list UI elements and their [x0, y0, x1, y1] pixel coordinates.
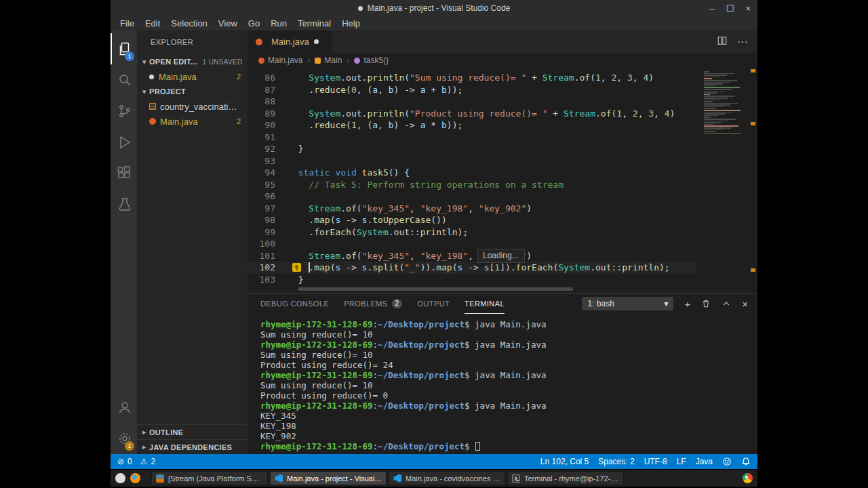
chevron-right-icon: ▸ [140, 443, 149, 451]
code-line[interactable]: 90 .reduce(1, (a, b) -> a * b)); [248, 119, 696, 131]
menu-terminal[interactable]: Terminal [292, 16, 336, 30]
taskbar-button[interactable]: Main.java - covidvaccines - Vi... [389, 471, 505, 485]
menu-file[interactable]: File [115, 16, 140, 30]
breadcrumb-separator: › [307, 56, 310, 65]
code-line[interactable]: 97 Stream.of("key_345", "key_198", "key_… [248, 203, 696, 215]
source-control-icon[interactable] [111, 96, 137, 127]
title-bar[interactable]: Main.java - project - Visual Studio Code… [111, 0, 757, 16]
editor-cursor [309, 262, 310, 272]
terminal-cursor [475, 442, 480, 451]
minimap-line [704, 94, 710, 96]
code-line[interactable]: 100 [248, 238, 696, 250]
explorer-icon[interactable]: 1 [111, 33, 137, 64]
code-line[interactable]: 102 .map(s -> s.split("_")).map(s -> s[1… [248, 262, 696, 274]
panel-tab-output[interactable]: OUTPUT [417, 293, 450, 314]
code-line[interactable]: 95 // Task 5: Perform string operations … [248, 179, 696, 191]
status-item-0[interactable]: Ln 102, Col 5 [540, 457, 589, 466]
file-country-vaccination[interactable]: country_vaccination... [137, 99, 248, 114]
code-line[interactable]: 91 [248, 131, 696, 144]
code-line[interactable]: 103 } [248, 274, 696, 286]
code-line[interactable]: 99 .forEach(System.out::println); [248, 226, 696, 239]
status-item-3[interactable]: LF [677, 457, 686, 466]
run-debug-icon[interactable] [111, 127, 137, 158]
account-icon[interactable] [111, 392, 137, 423]
breadcrumb-separator: › [347, 56, 349, 65]
java-dependencies-header[interactable]: ▸ JAVA DEPENDENCIES [137, 439, 248, 454]
code-line[interactable]: 101 Stream.of("key_345", "key_198", "key… [248, 250, 696, 262]
new-terminal-button[interactable]: + [684, 299, 690, 309]
chrome-icon[interactable] [743, 473, 753, 483]
maximize-button[interactable]: ☐ [726, 3, 734, 14]
code-line[interactable]: 98 .map(s -> s.toUpperCase()) [248, 214, 696, 226]
menu-go[interactable]: Go [243, 16, 265, 30]
minimap-line [704, 113, 726, 115]
terminal-line: rhyme@ip-172-31-128-69:~/Desktop/project… [260, 441, 757, 451]
close-panel-button[interactable]: × [742, 299, 748, 309]
panel-tabs: DEBUG CONSOLEPROBLEMS2OUTPUTTERMINAL [260, 293, 505, 314]
status-item-1[interactable]: Spaces: 2 [598, 457, 634, 466]
outline-header[interactable]: ▸ OUTLINE [137, 424, 248, 439]
code-line[interactable]: 89 System.out.println("Product using red… [248, 108, 696, 120]
open-editor-main-java[interactable]: Main.java 2 [137, 69, 248, 84]
terminal-line: rhyme@ip-172-31-128-69:~/Desktop/project… [260, 370, 757, 380]
status-item-2[interactable]: UTF-8 [644, 457, 667, 466]
menu-selection[interactable]: Selection [165, 16, 212, 30]
panel-tab-debug-console[interactable]: DEBUG CONSOLE [260, 293, 329, 314]
firefox-icon[interactable] [130, 473, 140, 483]
minimize-button[interactable]: – [710, 3, 715, 14]
code-line[interactable]: 94 static void task5() { [248, 167, 696, 179]
code-line[interactable]: 93 [248, 155, 696, 167]
more-actions-icon[interactable]: ··· [737, 36, 748, 48]
minimap-line [704, 89, 732, 90]
kill-terminal-button[interactable] [701, 299, 711, 308]
extensions-icon[interactable] [111, 158, 137, 189]
breadcrumb-item[interactable]: Main.java [258, 56, 302, 65]
minimap[interactable] [700, 68, 749, 134]
manage-gear-icon[interactable]: 1 [111, 423, 137, 454]
code-line[interactable]: 86 System.out.println("Sum using reduce(… [248, 72, 696, 84]
split-editor-icon[interactable] [717, 35, 728, 49]
search-icon[interactable] [111, 64, 137, 96]
tab-main-java[interactable]: Main.java [248, 30, 332, 53]
menu-help[interactable]: Help [336, 16, 366, 30]
taskbar-button[interactable]: Main.java - project - Visual... [270, 471, 387, 485]
window-controls: – ☐ × [710, 0, 751, 16]
panel-tab-problems[interactable]: PROBLEMS2 [344, 293, 402, 314]
project-header[interactable]: ▾ PROJECT [137, 84, 248, 99]
vscode-icon [393, 474, 401, 483]
shell-select[interactable]: 1: bash ▾ [582, 297, 673, 310]
code-line[interactable]: 96 [248, 190, 696, 203]
status-right-items: Ln 102, Col 5Spaces: 2UTF-8LFJava [540, 457, 713, 466]
panel-tab-terminal[interactable]: TERMINAL [465, 293, 505, 314]
lightbulb-icon[interactable] [292, 263, 301, 272]
chrome-icon-center [745, 476, 748, 479]
code-line[interactable]: 88 [248, 96, 696, 108]
status-item-4[interactable]: Java [696, 457, 713, 466]
taskbar-button[interactable]: Terminal - rhyme@ip-172-31... [507, 471, 624, 485]
feedback-smiley-icon[interactable] [722, 457, 732, 466]
close-button[interactable]: × [745, 3, 751, 14]
code-text: .map(s -> s.split("_")).map(s -> s[1]).f… [285, 262, 670, 274]
code-line[interactable]: 92 } [248, 143, 696, 155]
editor[interactable]: 86 System.out.println("Sum using reduce(… [248, 68, 757, 293]
breadcrumb-item[interactable]: task5() [354, 56, 389, 65]
code-line[interactable]: 87 .reduce(0, (a, b) -> a + b)); [248, 84, 696, 96]
breadcrumb-item[interactable]: Main [315, 56, 342, 65]
code-text [285, 190, 288, 203]
minimap-line [704, 131, 716, 132]
bell-icon[interactable] [741, 457, 751, 466]
file-main-java[interactable]: Main.java 2 [137, 114, 248, 129]
taskbar-button[interactable]: [Stream (Java Platform SE 8 )] [151, 471, 268, 485]
menu-view[interactable]: View [213, 16, 243, 30]
taskbar: [Stream (Java Platform SE 8 )]Main.java … [111, 469, 757, 487]
terminal-output[interactable]: rhyme@ip-172-31-128-69:~/Desktop/project… [248, 314, 757, 454]
menu-edit[interactable]: Edit [140, 16, 165, 30]
test-beaker-icon[interactable] [111, 189, 137, 220]
menu-run[interactable]: Run [265, 16, 292, 30]
maximize-panel-button[interactable] [722, 299, 731, 308]
open-editors-header[interactable]: ▾ OPEN EDIT... 1 UNSAVED [137, 54, 248, 69]
minimap-line [704, 92, 717, 94]
problems-status[interactable]: ⊘ 0 ⚠ 2 [117, 457, 160, 466]
app-menu-icon[interactable] [115, 473, 125, 483]
horizontal-scrollbar[interactable] [298, 287, 573, 291]
